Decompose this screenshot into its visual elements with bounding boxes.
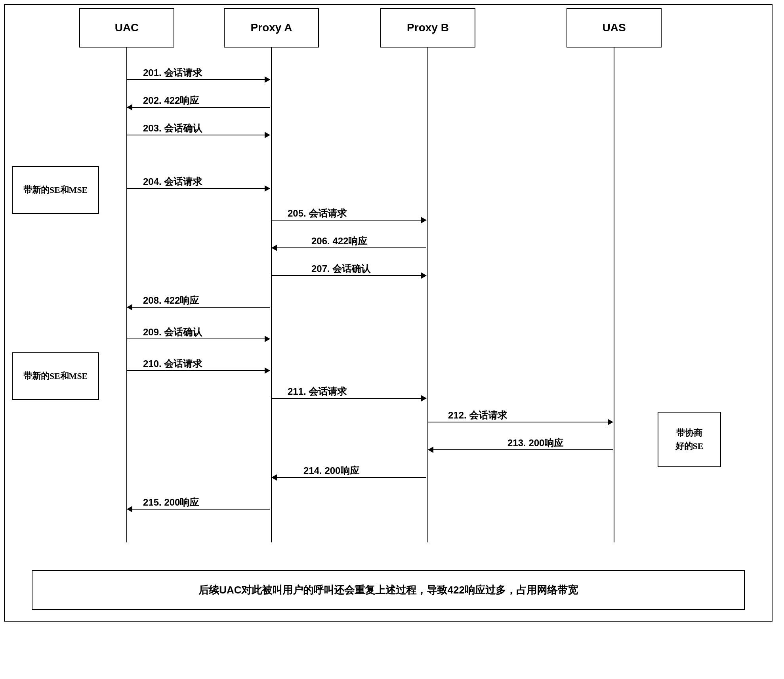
uas-header: UAS <box>567 8 662 48</box>
msg-210: 210. 会话请求 <box>127 370 270 371</box>
bottom-note: 后续UAC对此被叫用户的呼叫还会重复上述过程，导致422响应过多，占用网络带宽 <box>32 570 745 610</box>
proxy-b-lifeline <box>427 48 428 542</box>
proxy-a-header: Proxy A <box>224 8 319 48</box>
uac-lifeline <box>126 48 127 542</box>
side-label-negotiated-se: 带协商好的SE <box>658 412 721 467</box>
uas-lifeline <box>614 48 614 542</box>
msg-201: 201. 会话请求 <box>127 79 270 80</box>
msg-208: 208. 422响应 <box>127 307 270 308</box>
proxy-a-lifeline <box>271 48 272 542</box>
msg-214: 214. 200响应 <box>272 477 426 478</box>
msg-213: 213. 200响应 <box>428 449 613 450</box>
msg-204: 204. 会话请求 <box>127 188 270 189</box>
msg-203: 203. 会话确认 <box>127 135 270 135</box>
proxy-b-header: Proxy B <box>380 8 475 48</box>
msg-212: 212. 会话请求 <box>428 422 613 422</box>
msg-209: 209. 会话确认 <box>127 339 270 339</box>
msg-207: 207. 会话确认 <box>272 275 426 276</box>
msg-215: 215. 200响应 <box>127 509 270 510</box>
side-label-se-mse-1: 带新的SE和MSE <box>12 166 99 214</box>
uac-header: UAC <box>79 8 174 48</box>
sequence-diagram: UAC Proxy A Proxy B UAS 201. 会话请求 202. 4… <box>0 0 784 679</box>
msg-205: 205. 会话请求 <box>272 220 426 221</box>
msg-202: 202. 422响应 <box>127 107 270 108</box>
side-label-se-mse-2: 带新的SE和MSE <box>12 352 99 400</box>
diagram-border <box>4 4 773 622</box>
msg-211: 211. 会话请求 <box>272 398 426 399</box>
msg-206: 206. 422响应 <box>272 247 426 248</box>
